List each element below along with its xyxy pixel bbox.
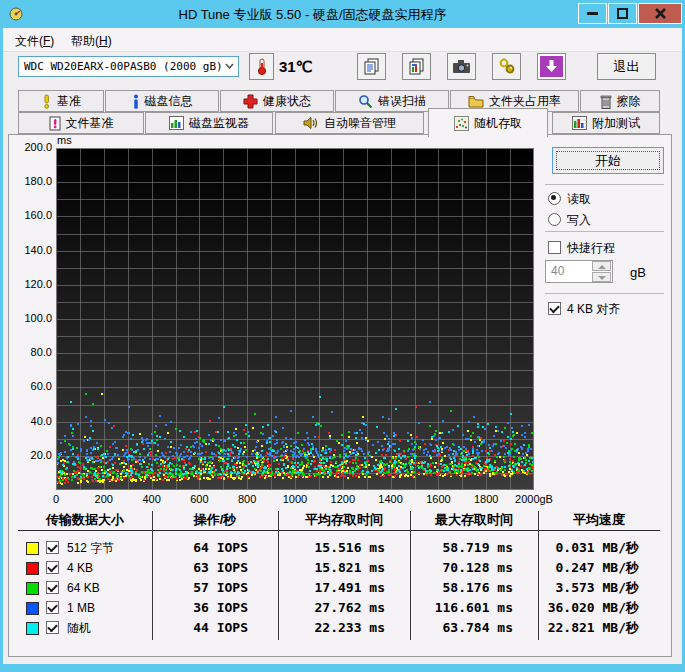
y-axis-tick-label: 180.0 xyxy=(4,175,52,187)
down-arrow-icon xyxy=(598,276,606,280)
avg-speed-value: 22.821 MB/秒 xyxy=(518,618,639,638)
series-label: 随机 xyxy=(67,618,91,638)
avg-access-time-value: 15.821 ms xyxy=(278,558,385,578)
series-color-swatch xyxy=(26,562,39,575)
camera-icon xyxy=(452,59,471,74)
read-radio[interactable] xyxy=(548,192,561,205)
series-visibility-checkbox[interactable] xyxy=(46,561,59,574)
avg-speed-value: 3.573 MB/秒 xyxy=(518,578,639,598)
separator xyxy=(545,231,664,232)
minimize-button[interactable] xyxy=(578,3,607,24)
series-color-swatch xyxy=(26,622,39,635)
start-button[interactable]: 开始 xyxy=(552,147,664,174)
write-label: 写入 xyxy=(567,212,591,229)
thermometer-icon xyxy=(254,57,269,76)
disk-info-icon xyxy=(132,94,140,109)
avg-access-time-value: 22.233 ms xyxy=(278,618,385,638)
download-arrow-icon xyxy=(544,59,559,74)
copy-text-icon xyxy=(363,58,380,75)
series-color-swatch xyxy=(26,542,39,555)
avg-speed-value: 0.031 MB/秒 xyxy=(518,538,639,558)
capacity-stepper xyxy=(592,261,611,282)
chevron-down-icon xyxy=(225,63,234,70)
up-arrow-icon xyxy=(598,265,606,269)
menu-help[interactable]: 帮助(H) xyxy=(65,31,118,52)
iops-value: 57 IOPS xyxy=(152,578,248,598)
max-access-time-value: 63.784 ms xyxy=(410,618,513,638)
stepper-up-button[interactable] xyxy=(592,261,611,271)
window-title: HD Tune 专业版 5.50 - 硬盘/固态硬盘实用程序 xyxy=(60,6,565,24)
col-header-avg-access-time: 平均存取时间 xyxy=(278,511,410,529)
series-visibility-checkbox[interactable] xyxy=(46,581,59,594)
app-window: HD Tune 专业版 5.50 - 硬盘/固态硬盘实用程序 文件(F) 帮助(… xyxy=(0,0,685,672)
y-axis-tick-label: 120.0 xyxy=(4,278,52,290)
menu-file[interactable]: 文件(F) xyxy=(9,31,60,52)
options-button[interactable] xyxy=(492,53,521,80)
tab-erase[interactable]: 擦除 xyxy=(580,90,660,112)
temperature-value: 31℃ xyxy=(279,58,313,76)
titlebar: HD Tune 专业版 5.50 - 硬盘/固态硬盘实用程序 xyxy=(0,0,685,28)
tab-health-status[interactable]: 健康状态 xyxy=(220,90,334,112)
y-axis-tick-label: 160.0 xyxy=(4,209,52,221)
tab-disk-info[interactable]: 磁盘信息 xyxy=(105,90,219,112)
x-axis-end-label: 2000gB xyxy=(504,493,564,505)
iops-value: 36 IOPS xyxy=(152,598,248,618)
series-label: 512 字节 xyxy=(67,538,114,558)
series-visibility-checkbox[interactable] xyxy=(46,621,59,634)
short-stroke-label: 快捷行程 xyxy=(567,240,615,257)
random-access-scatter-plot xyxy=(56,148,534,490)
read-label: 读取 xyxy=(567,191,591,208)
copy-image-icon xyxy=(408,58,425,75)
app-icon xyxy=(8,6,24,22)
separator xyxy=(545,293,664,294)
copy-image-button[interactable] xyxy=(402,53,431,80)
iops-value: 64 IOPS xyxy=(152,538,248,558)
drive-selector[interactable]: WDC WD20EARX-00PASB0 (2000 gB) xyxy=(18,56,239,77)
tab-extra-tests[interactable]: 附加测试 xyxy=(552,112,660,134)
tab-file-benchmark[interactable]: 文件基准 xyxy=(18,112,144,134)
iops-value: 63 IOPS xyxy=(152,558,248,578)
speaker-icon xyxy=(303,116,319,130)
copy-text-button[interactable] xyxy=(357,53,386,80)
avg-access-time-value: 15.516 ms xyxy=(278,538,385,558)
series-visibility-checkbox[interactable] xyxy=(46,601,59,614)
series-label: 64 KB xyxy=(67,578,100,598)
short-stroke-checkbox[interactable] xyxy=(548,241,561,254)
tab-random-access[interactable]: 随机存取 xyxy=(428,108,548,137)
temperature-button[interactable] xyxy=(249,53,274,80)
magnifier-icon xyxy=(358,94,373,109)
align-4kb-checkbox[interactable] xyxy=(548,302,561,315)
y-axis-tick-label: 80.0 xyxy=(4,346,52,358)
y-axis-tick-label: 20.0 xyxy=(4,449,52,461)
series-color-swatch xyxy=(26,602,39,615)
series-label: 4 KB xyxy=(67,558,93,578)
avg-speed-value: 36.020 MB/秒 xyxy=(518,598,639,618)
tab-benchmark[interactable]: 基准 xyxy=(18,90,104,112)
close-button[interactable] xyxy=(638,3,682,24)
col-header-avg-speed: 平均速度 xyxy=(538,511,660,529)
y-axis-tick-label: 100.0 xyxy=(4,312,52,324)
series-color-swatch xyxy=(26,582,39,595)
iops-value: 44 IOPS xyxy=(152,618,248,638)
avg-access-time-value: 17.491 ms xyxy=(278,578,385,598)
file-benchmark-icon xyxy=(49,116,61,131)
table-header-underline xyxy=(18,530,660,531)
y-axis-unit-label: ms xyxy=(57,134,72,146)
avg-speed-value: 0.247 MB/秒 xyxy=(518,558,639,578)
align-4kb-label: 4 KB 对齐 xyxy=(567,301,620,318)
stepper-down-button[interactable] xyxy=(592,272,611,282)
update-button[interactable] xyxy=(537,53,566,80)
tab-aam[interactable]: 自动噪音管理 xyxy=(275,112,424,134)
folder-icon xyxy=(468,95,484,108)
screenshot-button[interactable] xyxy=(447,53,476,80)
tab-disk-monitor[interactable]: 磁盘监视器 xyxy=(145,112,273,134)
series-visibility-checkbox[interactable] xyxy=(46,541,59,554)
maximize-button[interactable] xyxy=(608,3,637,24)
write-radio[interactable] xyxy=(548,213,561,226)
y-axis-tick-label: 200.0 xyxy=(4,141,52,153)
max-access-time-value: 116.601 ms xyxy=(410,598,513,618)
col-header-ops-per-sec: 操作/秒 xyxy=(152,511,278,529)
separator xyxy=(545,184,664,185)
exit-button[interactable]: 退出 xyxy=(597,53,656,80)
max-access-time-value: 58.719 ms xyxy=(410,538,513,558)
